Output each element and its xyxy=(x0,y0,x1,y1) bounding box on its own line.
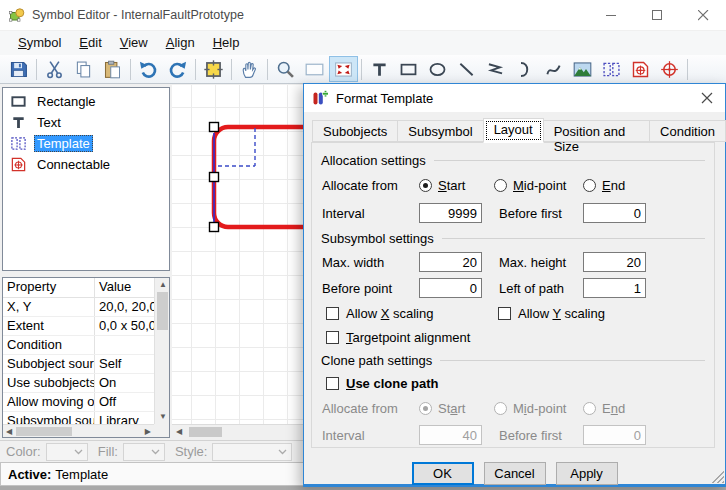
rectangle-tool-button[interactable] xyxy=(394,56,423,82)
property-row[interactable]: X, Y20,0, 20,0 xyxy=(3,298,169,317)
template-tool-icon xyxy=(601,59,622,80)
group-line xyxy=(440,360,705,361)
menu-symbol[interactable]: Symbol xyxy=(9,32,70,54)
targetpoint-alignment-checkbox[interactable]: Targetpoint alignment xyxy=(326,330,470,345)
zoom-button[interactable] xyxy=(271,56,300,82)
zoom-window-button[interactable] xyxy=(300,56,329,82)
palette-item-template[interactable]: Template xyxy=(3,133,169,154)
left-of-path-input[interactable] xyxy=(583,278,646,298)
connectable-tool-button[interactable] xyxy=(626,56,655,82)
spline-tool-icon xyxy=(543,59,564,80)
property-grid-header: Property Value xyxy=(3,278,169,298)
dialog-close-button[interactable] xyxy=(689,84,725,112)
tab-condition[interactable]: Condition xyxy=(649,120,726,142)
targetpoint-tool-button[interactable] xyxy=(655,56,684,82)
max-height-input[interactable] xyxy=(583,252,646,272)
minimize-button[interactable] xyxy=(588,0,634,30)
allow-x-scaling-checkbox[interactable]: Allow X scaling xyxy=(326,306,498,321)
tab-layout[interactable]: Layout xyxy=(483,118,544,143)
menu-align[interactable]: Align xyxy=(157,32,204,54)
scrollbar-thumb[interactable] xyxy=(157,292,168,330)
radio-end[interactable]: End xyxy=(583,178,625,193)
menu-view[interactable]: View xyxy=(111,32,157,54)
paste-button[interactable] xyxy=(98,56,127,82)
line-tool-button[interactable] xyxy=(452,56,481,82)
radio-start[interactable]: Start xyxy=(419,178,494,193)
cancel-button[interactable]: Cancel xyxy=(484,462,546,485)
handle-bottom[interactable] xyxy=(210,223,219,232)
undo-button[interactable] xyxy=(134,56,163,82)
property-row[interactable]: Condition xyxy=(3,336,169,355)
template-tool-button[interactable] xyxy=(597,56,626,82)
undo-icon xyxy=(138,59,159,80)
copy-button[interactable] xyxy=(69,56,98,82)
arc-tool-button[interactable] xyxy=(510,56,539,82)
allow-y-scaling-checkbox[interactable]: Allow Y scaling xyxy=(498,306,605,321)
checkbox-icon xyxy=(498,307,511,320)
scroll-left-icon[interactable]: ◀ xyxy=(176,428,182,436)
max-height-label: Max. height xyxy=(499,255,583,270)
handle-middle[interactable] xyxy=(210,173,219,182)
scrollbar-thumb[interactable] xyxy=(189,427,222,437)
ellipse-tool-icon xyxy=(427,59,448,80)
scroll-left-icon[interactable]: ◀ xyxy=(6,428,12,436)
property-row[interactable]: Subobject sourcSelf xyxy=(3,355,169,374)
max-width-input[interactable] xyxy=(419,252,482,272)
polyline-tool-button[interactable] xyxy=(481,56,510,82)
scrollbar-thumb[interactable] xyxy=(16,427,72,436)
interval-input[interactable] xyxy=(419,203,482,223)
property-row[interactable]: Allow moving ofOff xyxy=(3,393,169,412)
save-button[interactable] xyxy=(4,56,33,82)
maximize-icon xyxy=(652,10,663,21)
apply-button[interactable]: Apply xyxy=(556,462,618,485)
before-point-input[interactable] xyxy=(419,278,482,298)
window-title: Symbol Editor - InternalFaultPrototype xyxy=(32,8,244,22)
ellipse-tool-button[interactable] xyxy=(423,56,452,82)
close-button[interactable] xyxy=(680,0,726,30)
before-first-input[interactable] xyxy=(583,203,646,223)
radio-mid-point[interactable]: Mid-point xyxy=(494,178,583,193)
pan-button[interactable] xyxy=(235,56,264,82)
zoom-fit-button[interactable] xyxy=(329,56,358,82)
property-row[interactable]: Use subobjects aOn xyxy=(3,374,169,393)
use-clone-path-checkbox[interactable]: Use clone path xyxy=(326,376,438,391)
scroll-right-icon[interactable]: ▶ xyxy=(145,428,151,436)
ok-button[interactable]: OK xyxy=(412,462,474,485)
color-label: Color: xyxy=(6,444,41,459)
fill-label: Fill: xyxy=(98,444,118,459)
radio-icon xyxy=(419,179,432,192)
property-grid-vertical-scrollbar[interactable]: ▲ ▼ xyxy=(154,278,169,424)
tab-position-and-size[interactable]: Position and Size xyxy=(543,120,650,142)
tab-subobjects[interactable]: Subobjects xyxy=(312,120,398,142)
handle-top[interactable] xyxy=(210,123,219,132)
text-tool-button[interactable] xyxy=(365,56,394,82)
redo-button[interactable] xyxy=(163,56,192,82)
menu-edit[interactable]: Edit xyxy=(70,32,110,54)
palette-item-rectangle[interactable]: Rectangle xyxy=(3,91,169,112)
palette-item-connectable[interactable]: Connectable xyxy=(3,154,169,175)
style-label: Style: xyxy=(175,444,208,459)
dialog-title: Format Template xyxy=(336,91,433,106)
tab-subsymbol[interactable]: Subsymbol xyxy=(397,120,483,142)
scroll-down-icon[interactable]: ▼ xyxy=(159,413,167,421)
clone-before-first-label: Before first xyxy=(499,428,583,443)
clone-path-settings-group: Clone path settings xyxy=(321,351,705,369)
dialog-titlebar[interactable]: Format Template xyxy=(304,84,725,112)
fill-combobox xyxy=(123,443,165,461)
template-icon xyxy=(9,135,27,152)
cut-button[interactable] xyxy=(40,56,69,82)
property-row[interactable]: Extent0,0 x 50,0 xyxy=(3,317,169,336)
property-name: Subobject sourc xyxy=(3,355,95,373)
grid-button[interactable] xyxy=(199,56,228,82)
menu-help[interactable]: Help xyxy=(204,32,249,54)
palette-item-text[interactable]: Text xyxy=(3,112,169,133)
polyline-tool-icon xyxy=(485,59,506,80)
spline-tool-button[interactable] xyxy=(539,56,568,82)
scroll-up-icon[interactable]: ▲ xyxy=(159,281,167,289)
toolbar-separator xyxy=(130,59,131,80)
copy-icon xyxy=(73,59,94,80)
allocate-from-label: Allocate from xyxy=(322,178,419,193)
maximize-button[interactable] xyxy=(634,0,680,30)
image-tool-button[interactable] xyxy=(568,56,597,82)
property-grid-horizontal-scrollbar[interactable]: ◀ ▶ xyxy=(3,424,154,437)
